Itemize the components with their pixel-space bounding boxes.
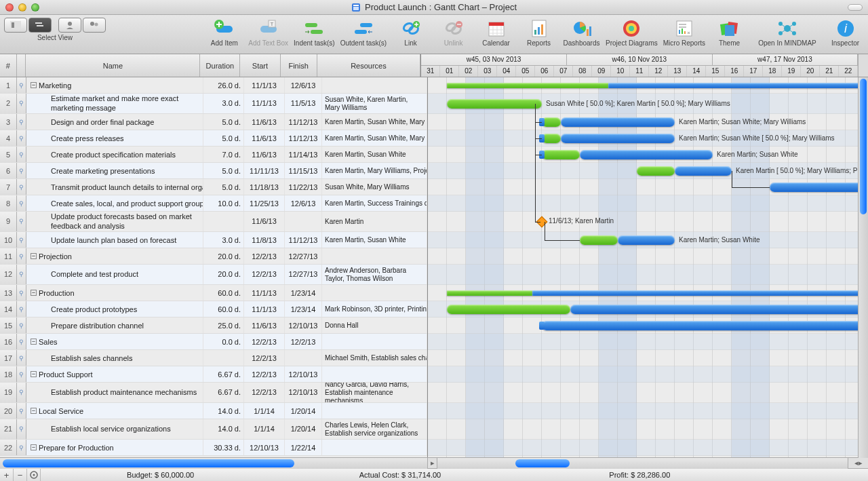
task-start[interactable]: 1/1/14	[244, 403, 285, 419]
task-name[interactable]: Create sales, local, and product support…	[26, 195, 203, 211]
grid-scrollbar[interactable]	[0, 458, 427, 469]
task-finish[interactable]	[285, 212, 322, 231]
gantt-bar[interactable]	[561, 117, 675, 127]
gantt-bar[interactable]	[542, 321, 865, 330]
task-finish[interactable]: 11/12/13	[285, 130, 322, 146]
task-name[interactable]: Create product specification materials	[26, 147, 203, 162]
gantt-scrollbar[interactable]	[437, 458, 848, 469]
task-start[interactable]: 11/6/13	[244, 212, 285, 231]
gantt-bar[interactable]	[770, 182, 865, 192]
task-duration[interactable]: 3.0 d.	[203, 232, 244, 248]
task-resources[interactable]	[322, 403, 427, 419]
collapse-icon[interactable]: −	[31, 290, 37, 296]
task-finish[interactable]: 1/20/14	[285, 403, 322, 419]
task-row[interactable]: 3⚲Design and order final package5.0 d.11…	[0, 114, 427, 130]
task-start[interactable]: 11/6/13	[244, 318, 285, 333]
task-row[interactable]: 4⚲Create press releases5.0 d.11/6/1311/1…	[0, 130, 427, 147]
task-duration[interactable]: 14.0 d.	[203, 419, 244, 439]
gantt-bar[interactable]	[675, 166, 732, 176]
task-finish[interactable]: 12/6/13	[285, 195, 322, 211]
task-row[interactable]: 8⚲Create sales, local, and product suppo…	[0, 195, 427, 212]
task-start[interactable]: 11/1/13	[244, 301, 285, 317]
task-row[interactable]: 7⚲Transmit product launch details to int…	[0, 179, 427, 195]
task-name[interactable]: −Production	[26, 285, 203, 301]
task-resources[interactable]: Karen Martin, Susan White, Mary Williams	[322, 114, 427, 130]
task-start[interactable]: 11/11/13	[244, 163, 285, 178]
task-row[interactable]: 13⚲−Production60.0 d.11/1/131/23/14	[0, 285, 427, 301]
task-resources[interactable]: Charles Lewis, Helen Clark, Establish se…	[322, 419, 427, 439]
col-duration[interactable]: Duration	[200, 54, 240, 77]
task-duration[interactable]: 10.0 d.	[203, 195, 244, 211]
task-name[interactable]: Create product prototypes	[26, 301, 203, 317]
task-name[interactable]: Prepare distribution channel	[26, 318, 203, 333]
task-resources[interactable]	[322, 285, 427, 301]
task-row[interactable]: 19⚲Establish product maintenance mechani…	[0, 383, 427, 403]
task-start[interactable]: 11/6/13	[244, 130, 285, 146]
task-finish[interactable]: 11/12/13	[285, 114, 322, 130]
task-duration[interactable]: 7.0 d.	[203, 147, 244, 162]
task-name[interactable]: −Projection	[26, 248, 203, 264]
view-resource-button[interactable]	[58, 18, 81, 33]
task-start[interactable]: 12/2/13	[244, 334, 285, 349]
task-finish[interactable]: 12/10/13	[285, 383, 322, 402]
minimize-icon[interactable]	[18, 3, 26, 12]
gantt-bar[interactable]	[542, 150, 580, 159]
collapse-icon[interactable]: −	[31, 444, 37, 450]
task-row[interactable]: 10⚲Update launch plan based on forecast3…	[0, 232, 427, 248]
task-row[interactable]: 5⚲Create product specification materials…	[0, 147, 427, 163]
task-name[interactable]: Create marketing presentations	[26, 163, 203, 178]
task-resources[interactable]: Karen Martin, Mary Williams, Projector	[322, 163, 427, 178]
task-resources[interactable]: Karen Martin, Success Trainings corp.	[322, 195, 427, 211]
task-start[interactable]: 12/10/13	[244, 440, 285, 455]
task-duration[interactable]: 3.0 d.	[203, 94, 244, 113]
task-duration[interactable]	[203, 212, 244, 231]
gantt-bar[interactable]	[618, 235, 675, 245]
indent-button[interactable]: Indent task(s)	[294, 18, 335, 47]
task-resources[interactable]	[322, 77, 427, 93]
micro-reports-button[interactable]: Micro Reports	[663, 18, 705, 47]
task-duration[interactable]: 60.0 d.	[203, 285, 244, 301]
task-name[interactable]: −Prepare for Production	[26, 440, 203, 455]
task-row[interactable]: 12⚲Complete and test product20.0 d.12/2/…	[0, 265, 427, 285]
task-row[interactable]: 11⚲−Projection20.0 d.12/2/1312/27/13	[0, 248, 427, 265]
task-name[interactable]: −Local Service	[26, 403, 203, 419]
task-start[interactable]: 11/25/13	[244, 195, 285, 211]
task-start[interactable]: 11/1/13	[244, 77, 285, 93]
add-row-button[interactable]: +	[0, 469, 14, 481]
gantt-chart[interactable]: Susan White [ 50.0 %]; Karen Martin [ 50…	[427, 77, 868, 457]
gantt-bar[interactable]	[570, 305, 865, 314]
gantt-bar[interactable]	[542, 117, 561, 127]
task-name[interactable]: Establish local service organizations	[26, 419, 203, 439]
task-finish[interactable]: 11/14/13	[285, 147, 322, 162]
task-resources[interactable]: Donna Hall	[322, 318, 427, 333]
task-row[interactable]: 18⚲−Product Support6.67 d.12/2/1312/10/1…	[0, 366, 427, 383]
task-start[interactable]: 1/1/14	[244, 419, 285, 439]
task-resources[interactable]: Karen Martin, Susan White	[322, 147, 427, 162]
task-name[interactable]: Establish product maintenance mechanisms	[26, 383, 203, 402]
link-button[interactable]: Link	[392, 18, 429, 47]
collapse-icon[interactable]: −	[31, 82, 37, 88]
task-row[interactable]: 15⚲Prepare distribution channel25.0 d.11…	[0, 318, 427, 334]
task-duration[interactable]: 26.0 d.	[203, 77, 244, 93]
open-mindmap-button[interactable]: Open In MINDMAP	[753, 18, 821, 47]
collapse-icon[interactable]: −	[31, 371, 37, 377]
task-row[interactable]: 17⚲Establish sales channels12/2/13Michae…	[0, 350, 427, 366]
task-resources[interactable]: Mark Robinson, 3D printer, Printing mate…	[322, 301, 427, 317]
task-finish[interactable]: 12/10/13	[285, 366, 322, 382]
task-resources[interactable]: Susan White, Mary Williams	[322, 179, 427, 195]
task-duration[interactable]: 20.0 d.	[203, 248, 244, 264]
task-row[interactable]: 2⚲Estimate market and make more exact ma…	[0, 94, 427, 114]
task-finish[interactable]: 11/15/13	[285, 163, 322, 178]
task-resources[interactable]: Michael Smith, Establish sales channels	[322, 350, 427, 366]
gantt-bar[interactable]	[637, 166, 675, 176]
task-start[interactable]: 12/2/13	[244, 366, 285, 382]
task-name[interactable]: Create press releases	[26, 130, 203, 146]
col-resources[interactable]: Resources	[317, 54, 421, 77]
task-resources[interactable]	[322, 440, 427, 455]
task-duration[interactable]	[203, 350, 244, 366]
task-finish[interactable]: 12/2/13	[285, 334, 322, 349]
col-link[interactable]	[17, 54, 26, 77]
summary-bar[interactable]	[447, 83, 608, 88]
unlink-button[interactable]: Unlink	[435, 18, 472, 47]
task-duration[interactable]: 30.33 d.	[203, 440, 244, 455]
